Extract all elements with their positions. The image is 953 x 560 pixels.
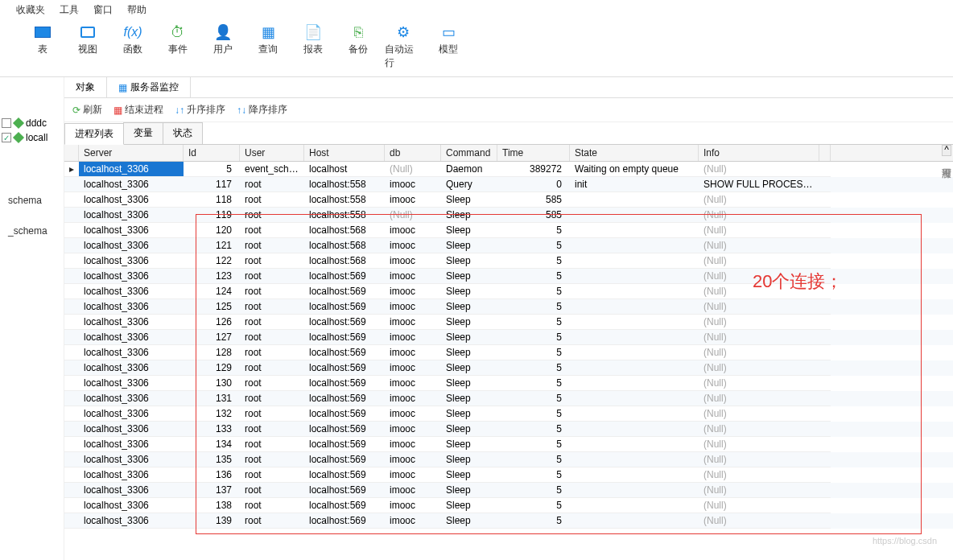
table-row[interactable]: localhost_3306 127 root localhost:569 im… (64, 330, 953, 345)
content-area: 对象 ▦服务器监控 ⟳刷新 ▦结束进程 ↓↑升序排序 ↑↓降序排序 进程列表 变… (64, 77, 953, 560)
tab-process-list[interactable]: 进程列表 (64, 123, 124, 145)
row-indicator-icon (64, 345, 79, 360)
toolbar-backup[interactable]: ⎘备份 (340, 23, 377, 70)
db-item[interactable]: dddc (2, 116, 62, 130)
menu-bar: 收藏夹 工具 窗口 帮助 (0, 0, 953, 20)
database-icon (13, 132, 24, 143)
row-indicator-icon (64, 177, 79, 192)
table-row[interactable]: localhost_3306 117 root localhost:558 im… (64, 177, 953, 192)
table-row[interactable]: localhost_3306 134 root localhost:569 im… (64, 437, 953, 452)
column-header[interactable]: Time (497, 145, 570, 161)
table-row[interactable]: localhost_3306 122 root localhost:568 im… (64, 253, 953, 269)
toolbar-func[interactable]: f(x)函数 (114, 23, 151, 70)
column-header[interactable]: Host (304, 145, 385, 161)
top-tabs: 对象 ▦服务器监控 (64, 77, 953, 98)
menu-help[interactable]: 帮助 (127, 3, 146, 17)
row-indicator-icon (64, 299, 79, 315)
sort-desc-button[interactable]: ↑↓降序排序 (237, 103, 287, 117)
user-icon: 👤 (214, 23, 232, 41)
toolbar-view[interactable]: 视图 (69, 23, 106, 70)
column-header[interactable] (819, 145, 831, 161)
view-icon (79, 23, 97, 41)
report-icon: 📄 (304, 23, 322, 41)
row-indicator-icon (64, 483, 79, 498)
sidebar: dddclocall schema_schema (0, 77, 64, 560)
sub-tabs: 进程列表 变量 状态 (64, 122, 953, 145)
table-row[interactable]: localhost_3306 138 root localhost:569 im… (64, 498, 953, 513)
table-row[interactable]: localhost_3306 137 root localhost:569 im… (64, 483, 953, 498)
row-indicator-icon (64, 192, 79, 208)
toolbar-autorun[interactable]: ⚙自动运行 (385, 23, 422, 70)
toolbar-model[interactable]: ▭模型 (430, 23, 467, 70)
table-row[interactable]: localhost_3306 123 root localhost:569 im… (64, 269, 953, 284)
column-header[interactable]: User (240, 145, 304, 161)
row-indicator-icon (64, 223, 79, 238)
column-header[interactable]: db (385, 145, 441, 161)
scroll-up-icon[interactable]: ^ (942, 145, 951, 156)
table-row[interactable]: localhost_3306 130 root localhost:569 im… (64, 376, 953, 391)
row-indicator-icon (64, 360, 79, 376)
table-row[interactable]: localhost_3306 121 root localhost:568 im… (64, 238, 953, 253)
table-row[interactable]: localhost_3306 124 root localhost:569 im… (64, 284, 953, 299)
table-row[interactable]: localhost_3306 126 root localhost:569 im… (64, 315, 953, 330)
schema-item[interactable]: _schema (2, 224, 62, 238)
row-indicator-icon (64, 208, 79, 223)
toolbar-report[interactable]: 📄报表 (295, 23, 332, 70)
table-row[interactable]: localhost_3306 131 root localhost:569 im… (64, 391, 953, 406)
row-indicator-icon (64, 452, 79, 467)
column-header[interactable]: State (570, 145, 699, 161)
column-header[interactable]: Command (441, 145, 497, 161)
grid-header: ServerIdUserHostdbCommandTimeStateInfo (64, 145, 953, 162)
menu-window[interactable]: 窗口 (93, 3, 113, 17)
sort-asc-button[interactable]: ↓↑升序排序 (175, 103, 225, 117)
column-header[interactable] (64, 145, 79, 161)
column-header[interactable]: Info (699, 145, 819, 161)
row-indicator-icon (64, 422, 79, 437)
table-row[interactable]: localhost_3306 139 root localhost:569 im… (64, 513, 953, 529)
column-header[interactable]: Id (184, 145, 240, 161)
table-row[interactable]: localhost_3306 132 root localhost:569 im… (64, 406, 953, 422)
toolbar-event[interactable]: ⏱事件 (159, 23, 196, 70)
table-row[interactable]: localhost_3306 119 root localhost:558 (N… (64, 208, 953, 223)
table-row[interactable]: localhost_3306 135 root localhost:569 im… (64, 452, 953, 467)
tab-status[interactable]: 状态 (163, 122, 203, 144)
toolbar-table[interactable]: 表 (24, 23, 61, 70)
column-header[interactable]: Server (79, 145, 184, 161)
watermark: https://blog.csdn (873, 536, 937, 546)
event-icon: ⏱ (169, 23, 187, 41)
row-indicator-icon (64, 376, 79, 391)
tab-server-monitor[interactable]: ▦服务器监控 (107, 77, 191, 97)
table-row[interactable]: localhost_3306 129 root localhost:569 im… (64, 360, 953, 376)
action-bar: ⟳刷新 ▦结束进程 ↓↑升序排序 ↑↓降序排序 (64, 98, 953, 122)
checkbox-icon[interactable] (2, 133, 11, 142)
kill-process-button[interactable]: ▦结束进程 (113, 103, 163, 117)
schema-item[interactable]: schema (2, 193, 62, 208)
database-icon (13, 117, 24, 129)
table-row[interactable]: localhost_3306 125 root localhost:569 im… (64, 299, 953, 315)
row-indicator-icon (64, 238, 79, 253)
table-row[interactable]: localhost_3306 120 root localhost:568 im… (64, 223, 953, 238)
db-item[interactable]: locall (2, 130, 62, 145)
row-indicator-icon (64, 330, 79, 345)
table-row[interactable]: localhost_3306 118 root localhost:558 im… (64, 192, 953, 208)
checkbox-icon[interactable] (2, 118, 11, 128)
row-indicator-icon: ▸ (64, 162, 79, 177)
table-row[interactable]: localhost_3306 136 root localhost:569 im… (64, 467, 953, 483)
tab-variables[interactable]: 变量 (123, 122, 163, 144)
autorun-icon: ⚙ (394, 23, 412, 41)
row-indicator-icon (64, 406, 79, 422)
refresh-button[interactable]: ⟳刷新 (72, 103, 102, 117)
row-indicator-icon (64, 498, 79, 513)
process-grid: ServerIdUserHostdbCommandTimeStateInfo ▸… (64, 145, 953, 529)
table-row[interactable]: ▸ localhost_3306 5 event_schedu localhos… (64, 162, 953, 177)
main-toolbar: 表视图f(x)函数⏱事件👤用户▦查询📄报表⎘备份⚙自动运行▭模型 (0, 20, 953, 77)
table-row[interactable]: localhost_3306 133 root localhost:569 im… (64, 422, 953, 437)
table-row[interactable]: localhost_3306 128 root localhost:569 im… (64, 345, 953, 360)
row-indicator-icon (64, 315, 79, 330)
tab-objects[interactable]: 对象 (64, 77, 107, 97)
menu-tools[interactable]: 工具 (60, 3, 79, 17)
toolbar-query[interactable]: ▦查询 (250, 23, 287, 70)
table-icon (34, 23, 52, 41)
toolbar-user[interactable]: 👤用户 (204, 23, 241, 70)
menu-favorites[interactable]: 收藏夹 (16, 3, 45, 17)
